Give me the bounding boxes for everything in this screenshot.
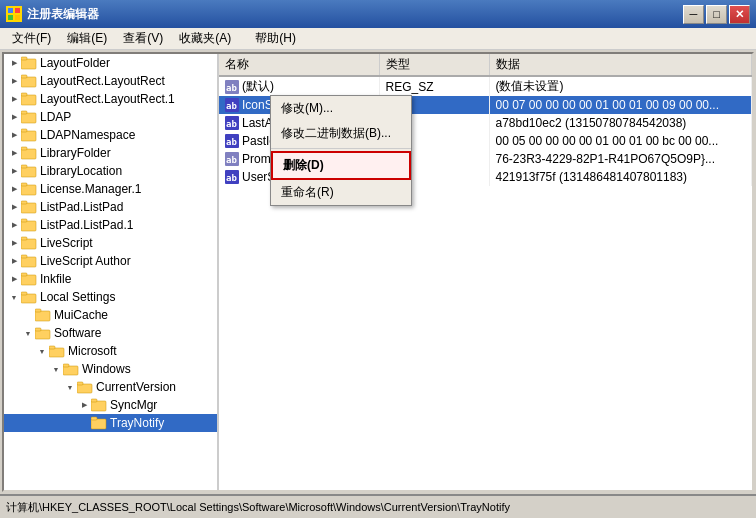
tree-item-syncmgr[interactable]: SyncMgr <box>4 396 217 414</box>
svg-rect-12 <box>21 131 36 141</box>
folder-icon-listpad <box>21 200 37 214</box>
tree-label-layoutrect: LayoutRect.LayoutRect <box>40 74 165 88</box>
close-button[interactable]: ✕ <box>729 5 750 24</box>
svg-rect-35 <box>35 328 41 331</box>
menu-help[interactable]: 帮助(H) <box>247 28 304 49</box>
menu-edit[interactable]: 编辑(E) <box>59 28 115 49</box>
tree-label-microsoft: Microsoft <box>68 344 117 358</box>
tree-item-inkfile[interactable]: Inkfile <box>4 270 217 288</box>
svg-rect-15 <box>21 147 27 150</box>
folder-icon-software <box>35 326 51 340</box>
svg-rect-17 <box>21 165 27 168</box>
tree-arrow-ldap[interactable] <box>8 111 20 123</box>
window-title: 注册表编辑器 <box>27 6 683 23</box>
svg-rect-20 <box>21 203 36 213</box>
svg-rect-13 <box>21 129 27 132</box>
context-menu-item-modify[interactable]: 修改(M)... <box>271 96 411 121</box>
context-menu-item-modify-binary[interactable]: 修改二进制数据(B)... <box>271 121 411 146</box>
tree-label-libraryfolder: LibraryFolder <box>40 146 111 160</box>
tree-arrow-listpad[interactable] <box>8 201 20 213</box>
svg-rect-10 <box>21 113 36 123</box>
tree-arrow-microsoft[interactable] <box>36 345 48 357</box>
tree-item-localsettings[interactable]: Local Settings <box>4 288 217 306</box>
svg-rect-6 <box>21 77 36 87</box>
tree-item-librarylocation[interactable]: LibraryLocation <box>4 162 217 180</box>
tree-arrow-windows[interactable] <box>50 363 62 375</box>
tree-item-currentversion[interactable]: CurrentVersion <box>4 378 217 396</box>
tree-label-ldap: LDAP <box>40 110 71 124</box>
tree-arrow-syncmgr[interactable] <box>78 399 90 411</box>
tree-item-layoutfolder[interactable]: LayoutFolder <box>4 54 217 72</box>
menu-view[interactable]: 查看(V) <box>115 28 171 49</box>
tree-arrow-localsettings[interactable] <box>8 291 20 303</box>
tree-item-software[interactable]: Software <box>4 324 217 342</box>
tree-item-licensemanager[interactable]: License.Manager.1 <box>4 180 217 198</box>
tree-label-localsettings: Local Settings <box>40 290 115 304</box>
tree-label-layoutfolder: LayoutFolder <box>40 56 110 70</box>
tree-item-ldapnamespace[interactable]: LDAPNamespace <box>4 126 217 144</box>
menu-favorites[interactable]: 收藏夹(A) <box>171 28 239 49</box>
svg-rect-4 <box>21 59 36 69</box>
tree-arrow-layoutrect1[interactable] <box>8 93 20 105</box>
svg-rect-16 <box>21 167 36 177</box>
context-menu-item-rename[interactable]: 重命名(R) <box>271 180 411 205</box>
tree-arrow-muicache[interactable] <box>22 309 34 321</box>
tree-item-listpad1[interactable]: ListPad.ListPad.1 <box>4 216 217 234</box>
tree-label-muicache: MuiCache <box>54 308 108 322</box>
menu-bar: 文件(F) 编辑(E) 查看(V) 收藏夹(A) 帮助(H) <box>0 28 756 50</box>
tree-arrow-licensemanager[interactable] <box>8 183 20 195</box>
tree-item-windows[interactable]: Windows <box>4 360 217 378</box>
status-bar: 计算机\HKEY_CLASSES_ROOT\Local Settings\Sof… <box>0 494 756 518</box>
tree-item-layoutrect[interactable]: LayoutRect.LayoutRect <box>4 72 217 90</box>
maximize-button[interactable]: □ <box>706 5 727 24</box>
tree-item-ldap[interactable]: LDAP <box>4 108 217 126</box>
context-menu-item-delete[interactable]: 删除(D) <box>271 151 411 180</box>
window-controls: ─ □ ✕ <box>683 5 750 24</box>
tree-arrow-traynotify[interactable] <box>78 417 90 429</box>
tree-item-livescriptauthor[interactable]: LiveScript Author <box>4 252 217 270</box>
tree-arrow-inkfile[interactable] <box>8 273 20 285</box>
tree-arrow-software[interactable] <box>22 327 34 339</box>
tree-arrow-currentversion[interactable] <box>64 381 76 393</box>
col-name: 名称 <box>219 54 379 76</box>
tree-label-livescript: LiveScript <box>40 236 93 250</box>
svg-rect-11 <box>21 111 27 114</box>
tree-item-microsoft[interactable]: Microsoft <box>4 342 217 360</box>
tree-arrow-layoutfolder[interactable] <box>8 57 20 69</box>
svg-text:ab: ab <box>226 137 237 147</box>
row-name-0: ab (默认) <box>219 76 379 96</box>
tree-item-traynotify[interactable]: TrayNotify <box>4 414 217 432</box>
tree-arrow-ldapnamespace[interactable] <box>8 129 20 141</box>
row-icon-5: ab <box>225 170 239 184</box>
tree-arrow-livescriptauthor[interactable] <box>8 255 20 267</box>
svg-rect-39 <box>63 364 69 367</box>
tree-label-software: Software <box>54 326 101 340</box>
svg-rect-23 <box>21 219 27 222</box>
svg-rect-44 <box>91 419 106 429</box>
minimize-button[interactable]: ─ <box>683 5 704 24</box>
tree-label-ldapnamespace: LDAPNamespace <box>40 128 135 142</box>
menu-file[interactable]: 文件(F) <box>4 28 59 49</box>
svg-rect-38 <box>63 366 78 375</box>
tree-item-layoutrect1[interactable]: LayoutRect.LayoutRect.1 <box>4 90 217 108</box>
tree-item-muicache[interactable]: MuiCache <box>4 306 217 324</box>
tree-arrow-livescript[interactable] <box>8 237 20 249</box>
folder-icon-layoutrect1 <box>21 92 37 106</box>
tree-arrow-librarylocation[interactable] <box>8 165 20 177</box>
tree-item-listpad[interactable]: ListPad.ListPad <box>4 198 217 216</box>
svg-rect-9 <box>21 93 27 96</box>
tree-item-livescript[interactable]: LiveScript <box>4 234 217 252</box>
tree-arrow-listpad1[interactable] <box>8 219 20 231</box>
tree-arrow-layoutrect[interactable] <box>8 75 20 87</box>
tree-pane[interactable]: LayoutFolder LayoutRect.LayoutRect Layou… <box>4 54 219 490</box>
tree-item-libraryfolder[interactable]: LibraryFolder <box>4 144 217 162</box>
svg-rect-37 <box>49 346 55 349</box>
row-icon-3: ab <box>225 134 239 148</box>
table-row[interactable]: ab (默认)REG_SZ(数值未设置) <box>219 76 752 96</box>
svg-rect-29 <box>21 273 27 276</box>
tree-arrow-libraryfolder[interactable] <box>8 147 20 159</box>
svg-rect-5 <box>21 57 27 60</box>
row-icon-4: ab <box>225 152 239 166</box>
tree-label-listpad: ListPad.ListPad <box>40 200 123 214</box>
row-icon-2: ab <box>225 116 239 130</box>
